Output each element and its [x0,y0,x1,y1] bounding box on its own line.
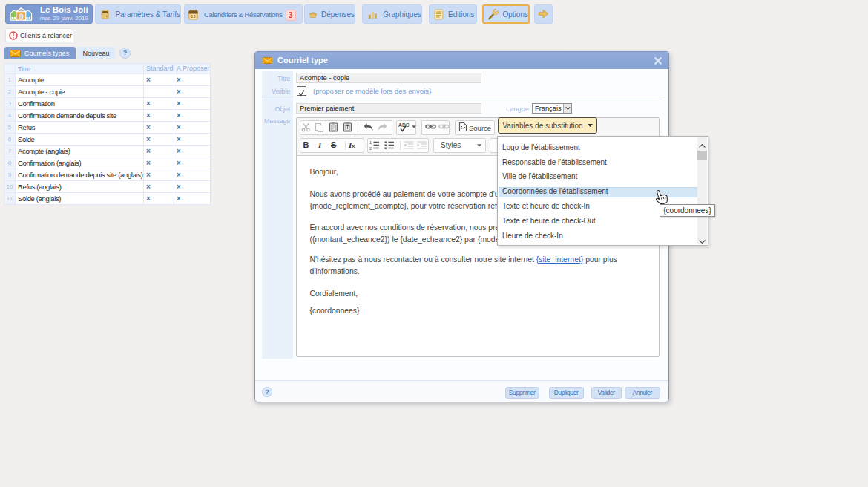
svg-text:2: 2 [369,146,372,150]
svg-text:1: 1 [369,140,372,145]
svg-text:13: 13 [191,14,195,19]
svg-text:T: T [346,125,349,130]
svg-text:ABC: ABC [398,122,410,128]
